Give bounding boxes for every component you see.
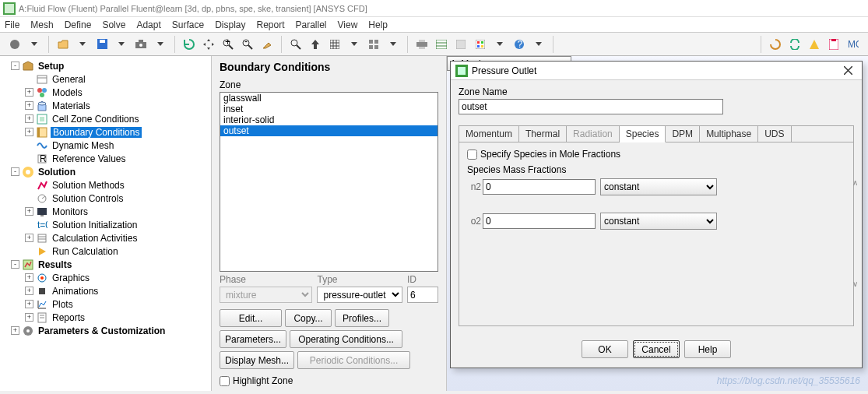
menu-report[interactable]: Report (256, 19, 284, 30)
arrow-up-icon[interactable] (307, 36, 324, 53)
blank-icon[interactable] (452, 36, 469, 53)
camera-icon[interactable] (132, 36, 149, 53)
tree-item-cell-zone-conditions[interactable]: +Cell Zone Conditions (3, 112, 211, 125)
spreadsheet-icon[interactable] (433, 36, 450, 53)
menu-surface[interactable]: Surface (172, 19, 204, 30)
expander-icon[interactable]: + (25, 88, 33, 97)
close-icon[interactable] (838, 64, 857, 78)
tree-item-animations[interactable]: +Animations (3, 284, 211, 297)
tree-item-models[interactable]: +Models (3, 86, 211, 99)
tree-item-general[interactable]: General (3, 72, 211, 86)
zone-item[interactable]: inset (220, 104, 438, 114)
species-mode-select[interactable]: constant (600, 178, 717, 195)
tree-item-solution-controls[interactable]: Solution Controls (3, 192, 211, 205)
print-icon[interactable] (413, 36, 430, 53)
help-button[interactable]: Help (684, 340, 731, 358)
dropdown-icon[interactable] (385, 36, 402, 53)
expander-icon[interactable]: + (11, 326, 19, 335)
ok-button[interactable]: OK (582, 340, 628, 358)
menu-view[interactable]: View (338, 19, 358, 30)
zoom-fit-icon[interactable] (287, 36, 304, 53)
menu-file[interactable]: File (5, 19, 19, 30)
tree-item-boundary-conditions[interactable]: +Boundary Conditions (3, 125, 211, 139)
expander-icon[interactable]: - (11, 62, 19, 70)
tab-uds[interactable]: UDS (758, 126, 791, 142)
expander-icon[interactable]: + (25, 300, 33, 308)
operating-conditions-button[interactable]: Operating Conditions... (290, 330, 402, 348)
help-icon[interactable]: ? (511, 36, 528, 53)
tree-item-calculation-activities[interactable]: +Calculation Activities (3, 231, 211, 244)
tree-item-run-calculation[interactable]: Run Calculation (3, 244, 211, 258)
grid-icon[interactable] (326, 36, 343, 53)
dropdown-icon[interactable] (74, 36, 91, 53)
expander-icon[interactable]: + (25, 287, 33, 295)
tree-item-dynamic-mesh[interactable]: Dynamic Mesh (3, 139, 211, 152)
expander-icon[interactable]: + (25, 128, 33, 136)
scroll-up-icon[interactable]: ∧ (852, 178, 858, 187)
zone-item[interactable]: interior-solid (220, 114, 438, 125)
dropdown-icon[interactable] (26, 36, 43, 53)
tree-item-monitors[interactable]: +Monitors (3, 205, 211, 218)
tree-item-solution-initialization[interactable]: t=0Solution Initialization (3, 218, 211, 231)
profiles-button[interactable]: Profiles... (335, 309, 389, 327)
expander-icon[interactable]: + (25, 101, 33, 110)
menu-solve[interactable]: Solve (102, 19, 125, 30)
tree-item-reports[interactable]: +Reports (3, 311, 211, 324)
expander-icon[interactable]: + (25, 114, 33, 123)
zone-item[interactable]: outset (220, 125, 438, 136)
expander-icon[interactable]: - (11, 167, 19, 176)
cancel-button[interactable]: Cancel (633, 340, 680, 358)
expander-icon[interactable]: + (25, 273, 33, 282)
tab-species[interactable]: Species (620, 126, 666, 142)
menu-define[interactable]: Define (65, 19, 92, 30)
menu-parallel[interactable]: Parallel (296, 19, 327, 30)
dropdown-icon[interactable] (346, 36, 363, 53)
move-icon[interactable] (200, 36, 217, 53)
display-mesh-button[interactable]: Display Mesh... (220, 351, 294, 369)
tree-item-setup[interactable]: -Setup (3, 59, 211, 72)
tile-icon[interactable] (365, 36, 382, 53)
zone-item[interactable]: glasswall (220, 93, 438, 104)
tab-momentum[interactable]: Momentum (459, 126, 519, 142)
expander-icon[interactable]: + (25, 207, 33, 216)
refresh-icon[interactable] (767, 36, 784, 53)
zone-name-input[interactable] (459, 99, 723, 114)
parameters-button[interactable]: Parameters... (220, 330, 286, 348)
expander-icon[interactable]: + (25, 313, 33, 322)
open-icon[interactable] (54, 36, 72, 53)
zoom-in-icon[interactable]: + (220, 36, 237, 53)
tree-item-parameters-customization[interactable]: +Parameters & Customization (3, 324, 211, 337)
dropdown-icon[interactable] (152, 36, 169, 53)
dropdown-icon[interactable] (491, 36, 508, 53)
menu-display[interactable]: Display (215, 19, 245, 30)
species-mode-select[interactable]: constant (600, 213, 717, 230)
species-value-input[interactable] (483, 179, 596, 195)
scroll-down-icon[interactable]: ∨ (852, 280, 858, 288)
tree-item-results[interactable]: -Results (3, 258, 211, 271)
save-icon[interactable] (93, 36, 111, 53)
clipboard-icon[interactable] (825, 36, 842, 53)
expander-icon[interactable]: + (25, 234, 33, 242)
dropdown-icon[interactable] (530, 36, 547, 53)
warning-icon[interactable] (806, 36, 823, 53)
menu-help[interactable]: Help (368, 19, 388, 30)
highlight-zone-checkbox[interactable] (220, 376, 230, 386)
probe-icon[interactable] (258, 36, 276, 53)
menu-mesh[interactable]: Mesh (30, 19, 53, 30)
tree-item-materials[interactable]: +Materials (3, 99, 211, 112)
color-icon[interactable] (472, 36, 489, 53)
outline-tree[interactable]: -SetupGeneral+Models+Materials+Cell Zone… (0, 56, 212, 391)
zone-list[interactable]: glasswallinsetinterior-solidoutset (220, 92, 438, 272)
edit-button[interactable]: Edit... (220, 309, 282, 327)
palette-icon[interactable]: MO: (845, 36, 862, 53)
id-field[interactable] (407, 287, 438, 303)
expander-icon[interactable]: - (11, 260, 19, 269)
tree-item-graphics[interactable]: +Graphics (3, 271, 211, 284)
tree-item-solution-methods[interactable]: Solution Methods (3, 178, 211, 192)
mole-fraction-checkbox[interactable] (467, 150, 477, 160)
menu-adapt[interactable]: Adapt (136, 19, 160, 30)
refresh-icon[interactable] (181, 36, 198, 53)
fluent-logo-icon[interactable] (6, 36, 23, 53)
tab-thermal[interactable]: Thermal (519, 126, 567, 142)
copy-button[interactable]: Copy... (285, 309, 332, 327)
